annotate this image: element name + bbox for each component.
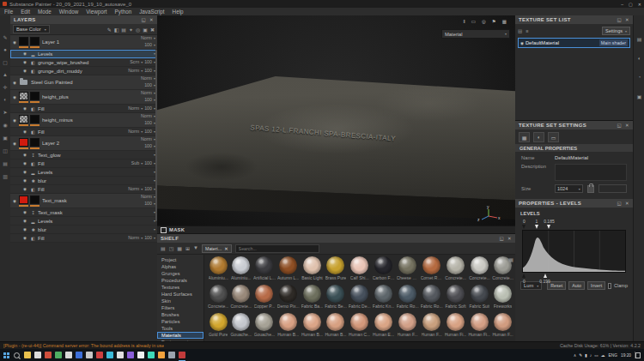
material-item[interactable]: Fabric Be... [325, 285, 347, 313]
taskbar-app-icon[interactable] [137, 352, 144, 358]
material-item[interactable]: Human F... [421, 313, 443, 341]
material-item[interactable]: Gouache... [230, 313, 251, 341]
material-item[interactable]: Human F... [397, 313, 419, 341]
material-sphere-thumbnail[interactable] [303, 313, 321, 331]
menu-item[interactable]: Mode [38, 9, 52, 15]
material-sphere-thumbnail[interactable] [398, 256, 416, 274]
material-item[interactable]: Autumn L... [277, 256, 300, 285]
visibility-toggle-icon[interactable]: ◉ [21, 178, 29, 183]
panel-popout-icon[interactable]: ◱ [500, 236, 505, 241]
material-sphere-thumbnail[interactable] [255, 285, 273, 303]
layer-thumbnail[interactable] [19, 138, 28, 147]
shader-mode-dropdown[interactable]: Material ▾ [441, 29, 510, 39]
visibility-toggle-icon[interactable]: ◉ [21, 227, 29, 232]
filter-tag-chip[interactable]: Materi... ✕ [202, 244, 232, 253]
layer-action-icon[interactable]: ✦ [129, 27, 133, 33]
material-sphere-thumbnail[interactable] [471, 313, 489, 331]
window-control-button[interactable]: ▢ [629, 2, 633, 7]
visibility-toggle-icon[interactable]: ◉ [21, 236, 29, 240]
opacity-value[interactable]: 100 [144, 143, 152, 150]
settings-tab-icon[interactable]: ◐ [533, 132, 544, 142]
visibility-toggle-icon[interactable]: ◉ [21, 161, 29, 165]
history-icon[interactable]: ▣ [637, 93, 642, 99]
levels-action-button[interactable]: Auto [568, 281, 585, 290]
layer-action-icon[interactable]: ▤ [121, 27, 126, 33]
layer-row[interactable]: ◉ ◧ Fill Norm▾ 100▾ ▾ [10, 105, 157, 113]
layer-thumbnail[interactable] [19, 115, 28, 123]
taskbar-app-icon[interactable] [86, 352, 93, 358]
layer-thumbnail[interactable] [19, 196, 28, 204]
start-button-icon[interactable] [3, 352, 9, 358]
menu-item[interactable]: Edit [21, 9, 30, 15]
viewport-3d[interactable]: SPAS 12-L.FRANCHI SPA-BRESCIA-ITALY ‖▭◎⚑… [157, 15, 515, 226]
material-sphere-thumbnail[interactable] [279, 285, 297, 303]
material-sphere-thumbnail[interactable] [350, 313, 368, 331]
notification-center-icon[interactable] [635, 352, 641, 358]
blend-mode-value[interactable]: Norm [141, 113, 152, 120]
viewport-toolbar-icon[interactable]: ▭ [471, 19, 476, 24]
shelf-category-item[interactable]: Tools [157, 325, 204, 332]
levels-histogram[interactable]: 0 1 0.185 0 [522, 230, 626, 273]
tool-icon[interactable]: ▤ [3, 160, 8, 166]
tool-icon[interactable]: ◫ [3, 147, 8, 153]
shader-label[interactable]: Main shader [599, 39, 628, 46]
tool-icon[interactable]: ◉ [3, 122, 7, 128]
tray-icon[interactable]: ▮ [585, 353, 587, 358]
panel-close-icon[interactable]: ✕ [507, 236, 512, 241]
shelf-category-item[interactable]: Alphas [157, 263, 204, 270]
list-view-icon[interactable]: ▤ [518, 28, 522, 33]
visibility-toggle-icon[interactable]: ◉ [10, 118, 19, 123]
opacity-value[interactable]: 100 [144, 201, 152, 208]
gamma-handle[interactable] [535, 225, 538, 229]
settings-tab-icon[interactable]: ▭ [548, 132, 559, 142]
material-sphere-thumbnail[interactable] [279, 313, 297, 331]
taskbar-app-icon[interactable] [168, 352, 175, 358]
taskbar-app-icon[interactable] [148, 352, 155, 358]
tray-icon[interactable]: ♪ [590, 353, 592, 358]
material-item[interactable]: Concrete... [445, 256, 467, 285]
material-item[interactable]: Artificial L... [253, 256, 276, 285]
material-sphere-thumbnail[interactable] [471, 285, 489, 303]
layer-row[interactable]: ◉ ▂ Levels ▾ ▾ ▾ [10, 168, 157, 177]
shelf-toolbar-icon[interactable]: ▼ [193, 245, 198, 251]
visibility-toggle-icon[interactable]: ◉ [10, 40, 19, 45]
blend-mode-value[interactable]: Norm [141, 194, 152, 201]
material-item[interactable]: Carbon Fi... [373, 256, 395, 285]
settings-tab-icon[interactable]: ▦ [519, 132, 530, 142]
menu-item[interactable]: JavaScript [139, 9, 164, 15]
material-sphere-thumbnail[interactable] [279, 256, 297, 274]
layer-row[interactable]: ◉ ◧ grunge_wipe_brushed Scrn▾ 100▾ ▾ [10, 58, 157, 67]
material-sphere-thumbnail[interactable] [422, 256, 440, 274]
tool-icon[interactable]: ▥ [3, 173, 8, 179]
material-sphere-thumbnail[interactable] [447, 313, 465, 331]
material-sphere-thumbnail[interactable] [447, 285, 465, 303]
material-item[interactable]: Fabric De... [349, 285, 371, 313]
material-sphere-thumbnail[interactable] [255, 313, 273, 331]
output-black-handle[interactable] [522, 274, 526, 278]
material-sphere-thumbnail[interactable] [471, 256, 489, 274]
panel-close-icon[interactable]: ✕ [149, 17, 154, 22]
visibility-toggle-icon[interactable]: ◉ [21, 210, 29, 214]
opacity-value[interactable]: 100 [144, 129, 152, 135]
menu-item[interactable]: Window [59, 9, 78, 15]
material-sphere-thumbnail[interactable] [350, 285, 368, 303]
shelf-toolbar-icon[interactable]: ⊞ [185, 245, 190, 251]
material-sphere-thumbnail[interactable] [398, 285, 416, 303]
shelf-category-item[interactable]: Grunges [157, 270, 204, 277]
layer-row[interactable]: ◉ ◧ grunge_dirt_muddy Norm▾ 100▾ ▾ [10, 67, 157, 75]
mask-thumbnail[interactable] [30, 92, 39, 100]
material-item[interactable]: Human Fi... [468, 313, 490, 341]
material-sphere-thumbnail[interactable] [210, 256, 228, 274]
taskbar-app-icon[interactable] [45, 352, 52, 358]
output-white-handle[interactable] [544, 274, 547, 278]
opacity-value[interactable]: 100 [144, 82, 152, 89]
layer-action-icon[interactable]: ▣ [143, 27, 148, 33]
language-indicator[interactable]: ENG [609, 353, 617, 358]
material-sphere-thumbnail[interactable] [350, 256, 368, 274]
shelf-category-item[interactable]: Textures [157, 284, 204, 291]
mask-thumbnail[interactable] [30, 138, 39, 147]
mask-thumbnail[interactable] [30, 115, 39, 123]
display-settings-icon[interactable]: ▤ [637, 36, 642, 42]
opacity-value[interactable]: 100 [144, 105, 152, 112]
material-sphere-thumbnail[interactable] [447, 256, 465, 274]
